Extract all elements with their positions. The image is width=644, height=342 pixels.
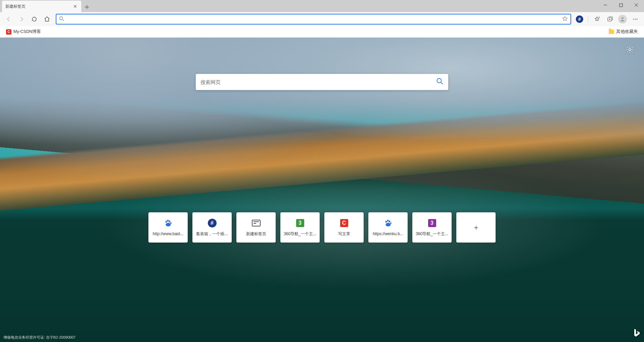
- page-settings-button[interactable]: [626, 46, 634, 55]
- maximize-button[interactable]: [613, 0, 629, 10]
- forward-arrow-icon: [18, 16, 25, 22]
- svg-point-12: [170, 222, 172, 224]
- tile-baidu[interactable]: http://www.baid...: [148, 212, 188, 243]
- menu-button[interactable]: [629, 13, 641, 25]
- star-icon: [562, 16, 568, 22]
- collections-button[interactable]: [604, 13, 616, 25]
- baidu-paw-icon: [164, 219, 173, 228]
- other-bookmarks-label: 其他收藏夹: [616, 29, 638, 35]
- svg-point-16: [390, 222, 392, 224]
- new-tab-button[interactable]: [82, 2, 92, 12]
- plus-icon: [85, 5, 89, 9]
- ntp-search-box[interactable]: [196, 74, 448, 90]
- svg-point-8: [437, 79, 442, 83]
- ntp-search-input[interactable]: [200, 79, 436, 85]
- svg-rect-0: [619, 4, 623, 7]
- forward-button[interactable]: [15, 13, 28, 25]
- tile-label: 360导航_一个主...: [284, 231, 316, 237]
- tile-360nav-2[interactable]: 3 360导航_一个主...: [412, 212, 452, 243]
- close-window-button[interactable]: [629, 0, 644, 10]
- profile-button[interactable]: [616, 13, 629, 25]
- svg-point-6: [637, 19, 638, 20]
- add-tile-button[interactable]: ＋: [456, 212, 496, 243]
- bookmarks-bar: C My-CSDN博客 其他收藏夹: [0, 26, 644, 38]
- svg-point-9: [165, 221, 167, 223]
- svg-point-5: [635, 19, 636, 20]
- tab-title: 新建标签页: [5, 4, 73, 9]
- baidu-paw-icon: [383, 219, 393, 228]
- ellipsis-icon: [633, 16, 638, 22]
- svg-point-11: [169, 220, 170, 222]
- tile-360nav-1[interactable]: 3 360导航_一个主...: [280, 212, 320, 243]
- address-bar[interactable]: [56, 14, 571, 25]
- minimize-button[interactable]: [598, 0, 613, 10]
- extension-hash-button[interactable]: #: [576, 15, 583, 23]
- close-icon: [634, 3, 638, 7]
- other-bookmarks-folder[interactable]: 其他收藏夹: [607, 28, 640, 36]
- tile-newtab[interactable]: 新建标签页: [236, 212, 276, 243]
- hash-circle-icon: #: [208, 218, 217, 228]
- tile-label: 新建标签页: [246, 231, 266, 237]
- search-icon: [59, 16, 64, 23]
- bing-logo-icon[interactable]: [633, 329, 640, 339]
- bookmark-my-csdn[interactable]: C My-CSDN博客: [4, 28, 43, 36]
- svg-point-3: [622, 17, 624, 19]
- avatar-icon: [618, 15, 627, 24]
- folder-icon: [609, 30, 614, 34]
- back-arrow-icon: [6, 16, 12, 22]
- toolbar: #: [0, 12, 644, 26]
- tile-write-article[interactable]: C 写文章: [324, 212, 364, 243]
- refresh-button[interactable]: [28, 13, 40, 25]
- home-icon: [44, 16, 50, 22]
- favorites-button[interactable]: [591, 13, 603, 25]
- minimize-icon: [603, 3, 607, 7]
- license-text: 增值电信业务经营许可证: 合字B2-20090007: [3, 335, 76, 340]
- green-3-icon: 3: [295, 218, 305, 228]
- new-tab-page: http://www.baid... # 集装箱，一个插... 新建标签页 3 …: [0, 38, 644, 342]
- close-tab-button[interactable]: ✕: [73, 3, 78, 10]
- svg-point-4: [633, 19, 634, 20]
- svg-point-14: [387, 220, 388, 222]
- window-controls: [598, 0, 644, 10]
- svg-point-13: [385, 221, 386, 223]
- svg-point-15: [388, 220, 390, 222]
- magnifier-icon: [436, 78, 444, 85]
- svg-point-10: [167, 220, 168, 222]
- csdn-icon: C: [339, 218, 349, 228]
- bookmark-label: My-CSDN博客: [13, 29, 41, 35]
- tab-new-tab[interactable]: 新建标签页 ✕: [2, 1, 81, 12]
- svg-point-1: [60, 16, 63, 19]
- tile-jizhuangxiang[interactable]: # 集装箱，一个插...: [192, 212, 232, 243]
- favorite-star-button[interactable]: [562, 16, 568, 23]
- tile-label: 360导航_一个主...: [416, 231, 448, 237]
- hash-icon: #: [578, 16, 581, 22]
- back-button[interactable]: [3, 13, 15, 25]
- ntp-search-button[interactable]: [436, 78, 444, 86]
- tile-wenku[interactable]: https://wenku.b...: [368, 212, 408, 243]
- tile-label: http://www.baid...: [153, 231, 183, 236]
- separator: [588, 16, 588, 23]
- refresh-icon: [31, 16, 37, 22]
- maximize-icon: [619, 3, 623, 7]
- svg-point-7: [629, 49, 631, 51]
- window-icon: [251, 218, 261, 228]
- tile-label: 集装箱，一个插...: [196, 231, 228, 237]
- address-input[interactable]: [67, 16, 562, 22]
- purple-3-icon: 3: [427, 218, 437, 228]
- plus-icon: ＋: [472, 222, 480, 232]
- tile-label: 写文章: [338, 231, 350, 237]
- collections-icon: [607, 16, 613, 22]
- home-button[interactable]: [41, 13, 53, 25]
- tile-label: https://wenku.b...: [373, 231, 403, 236]
- csdn-favicon-icon: C: [6, 29, 11, 35]
- favorites-star-plus-icon: [594, 16, 600, 22]
- gear-icon: [626, 46, 634, 54]
- quick-links: http://www.baid... # 集装箱，一个插... 新建标签页 3 …: [148, 212, 496, 243]
- tab-strip: 新建标签页 ✕: [0, 0, 644, 12]
